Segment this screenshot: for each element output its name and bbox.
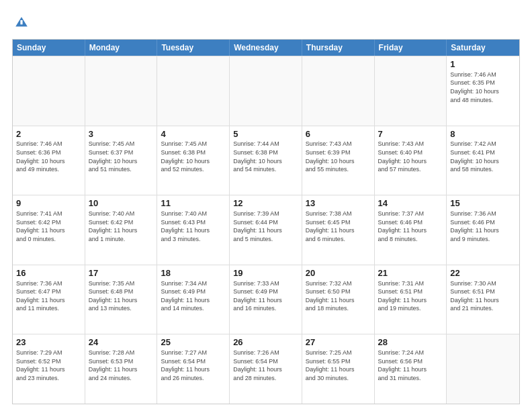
calendar-cell: 15Sunrise: 7:36 AM Sunset: 6:46 PM Dayli… — [447, 195, 519, 265]
day-header: Sunday — [13, 40, 85, 56]
calendar-cell: 24Sunrise: 7:28 AM Sunset: 6:53 PM Dayli… — [85, 334, 158, 404]
week-row: 1Sunrise: 7:46 AM Sunset: 6:35 PM Daylig… — [13, 56, 519, 126]
calendar-cell — [85, 56, 158, 126]
day-header: Saturday — [447, 40, 519, 56]
cell-day-number: 1 — [450, 59, 516, 71]
calendar-cell: 27Sunrise: 7:25 AM Sunset: 6:55 PM Dayli… — [302, 334, 375, 404]
cell-info: Sunrise: 7:27 AM Sunset: 6:54 PM Dayligh… — [161, 349, 226, 382]
cell-day-number: 18 — [161, 268, 226, 279]
cell-info: Sunrise: 7:25 AM Sunset: 6:55 PM Dayligh… — [306, 349, 371, 382]
calendar-cell: 13Sunrise: 7:38 AM Sunset: 6:45 PM Dayli… — [302, 195, 375, 265]
day-header: Tuesday — [157, 40, 230, 56]
logo — [12, 15, 32, 34]
calendar-cell: 23Sunrise: 7:29 AM Sunset: 6:52 PM Dayli… — [13, 334, 85, 404]
cell-day-number: 27 — [306, 337, 371, 349]
cell-info: Sunrise: 7:34 AM Sunset: 6:49 PM Dayligh… — [161, 279, 226, 313]
cell-info: Sunrise: 7:32 AM Sunset: 6:50 PM Dayligh… — [306, 279, 371, 313]
cell-info: Sunrise: 7:43 AM Sunset: 6:39 PM Dayligh… — [306, 140, 371, 173]
calendar-cell — [447, 334, 519, 404]
cell-info: Sunrise: 7:36 AM Sunset: 6:46 PM Dayligh… — [450, 210, 516, 243]
calendar-cell: 4Sunrise: 7:45 AM Sunset: 6:38 PM Daylig… — [157, 126, 230, 195]
cell-info: Sunrise: 7:41 AM Sunset: 6:42 PM Dayligh… — [16, 210, 81, 243]
calendar-cell: 10Sunrise: 7:40 AM Sunset: 6:42 PM Dayli… — [85, 195, 158, 265]
cell-day-number: 25 — [161, 337, 226, 349]
cell-day-number: 10 — [89, 198, 154, 210]
calendar-cell: 14Sunrise: 7:37 AM Sunset: 6:46 PM Dayli… — [375, 195, 447, 265]
cell-day-number: 5 — [233, 129, 298, 140]
cell-info: Sunrise: 7:39 AM Sunset: 6:44 PM Dayligh… — [233, 210, 298, 243]
cell-day-number: 28 — [378, 337, 443, 349]
calendar-cell: 6Sunrise: 7:43 AM Sunset: 6:39 PM Daylig… — [302, 126, 375, 195]
calendar-cell — [302, 56, 375, 126]
calendar-cell: 21Sunrise: 7:31 AM Sunset: 6:51 PM Dayli… — [375, 265, 447, 334]
week-row: 2Sunrise: 7:46 AM Sunset: 6:36 PM Daylig… — [13, 126, 519, 195]
week-row: 23Sunrise: 7:29 AM Sunset: 6:52 PM Dayli… — [13, 334, 519, 404]
cell-info: Sunrise: 7:46 AM Sunset: 6:36 PM Dayligh… — [16, 140, 81, 173]
cell-info: Sunrise: 7:31 AM Sunset: 6:51 PM Dayligh… — [378, 279, 443, 313]
calendar-cell: 28Sunrise: 7:24 AM Sunset: 6:56 PM Dayli… — [375, 334, 447, 404]
cell-info: Sunrise: 7:42 AM Sunset: 6:41 PM Dayligh… — [450, 140, 516, 173]
calendar-cell: 8Sunrise: 7:42 AM Sunset: 6:41 PM Daylig… — [447, 126, 519, 195]
cell-info: Sunrise: 7:33 AM Sunset: 6:49 PM Dayligh… — [233, 279, 298, 313]
cell-info: Sunrise: 7:24 AM Sunset: 6:56 PM Dayligh… — [378, 349, 443, 382]
calendar: SundayMondayTuesdayWednesdayThursdayFrid… — [12, 39, 520, 404]
cell-info: Sunrise: 7:43 AM Sunset: 6:40 PM Dayligh… — [378, 140, 443, 173]
calendar-cell: 5Sunrise: 7:44 AM Sunset: 6:38 PM Daylig… — [230, 126, 302, 195]
cell-day-number: 4 — [161, 129, 226, 140]
cell-info: Sunrise: 7:36 AM Sunset: 6:47 PM Dayligh… — [16, 279, 81, 313]
calendar-cell: 12Sunrise: 7:39 AM Sunset: 6:44 PM Dayli… — [230, 195, 302, 265]
calendar-cell: 11Sunrise: 7:40 AM Sunset: 6:43 PM Dayli… — [157, 195, 230, 265]
header — [12, 12, 520, 34]
cell-info: Sunrise: 7:46 AM Sunset: 6:35 PM Dayligh… — [450, 71, 516, 104]
calendar-cell — [157, 56, 230, 126]
calendar-cell: 9Sunrise: 7:41 AM Sunset: 6:42 PM Daylig… — [13, 195, 85, 265]
calendar-cell: 16Sunrise: 7:36 AM Sunset: 6:47 PM Dayli… — [13, 265, 85, 334]
day-header: Thursday — [302, 40, 375, 56]
cell-day-number: 11 — [161, 198, 226, 210]
cell-day-number: 17 — [89, 268, 154, 279]
cell-day-number: 22 — [450, 268, 516, 279]
cell-info: Sunrise: 7:40 AM Sunset: 6:43 PM Dayligh… — [161, 210, 226, 243]
calendar-cell: 19Sunrise: 7:33 AM Sunset: 6:49 PM Dayli… — [230, 265, 302, 334]
cell-day-number: 19 — [233, 268, 298, 279]
cell-day-number: 16 — [16, 268, 81, 279]
cell-day-number: 24 — [89, 337, 154, 349]
cell-day-number: 9 — [16, 198, 81, 210]
cell-day-number: 21 — [378, 268, 443, 279]
calendar-cell: 7Sunrise: 7:43 AM Sunset: 6:40 PM Daylig… — [375, 126, 447, 195]
cell-day-number: 8 — [450, 129, 516, 140]
day-header: Monday — [85, 40, 158, 56]
cell-day-number: 20 — [306, 268, 371, 279]
cell-day-number: 15 — [450, 198, 516, 210]
logo-icon — [13, 15, 30, 31]
cell-info: Sunrise: 7:37 AM Sunset: 6:46 PM Dayligh… — [378, 210, 443, 243]
page: SundayMondayTuesdayWednesdayThursdayFrid… — [0, 0, 532, 411]
day-header: Wednesday — [230, 40, 302, 56]
calendar-cell: 17Sunrise: 7:35 AM Sunset: 6:48 PM Dayli… — [85, 265, 158, 334]
cell-info: Sunrise: 7:45 AM Sunset: 6:37 PM Dayligh… — [89, 140, 154, 173]
cell-day-number: 14 — [378, 198, 443, 210]
cell-day-number: 12 — [233, 198, 298, 210]
svg-rect-1 — [20, 20, 22, 24]
cell-info: Sunrise: 7:30 AM Sunset: 6:51 PM Dayligh… — [450, 279, 516, 313]
calendar-cell: 18Sunrise: 7:34 AM Sunset: 6:49 PM Dayli… — [157, 265, 230, 334]
cell-info: Sunrise: 7:38 AM Sunset: 6:45 PM Dayligh… — [306, 210, 371, 243]
cell-info: Sunrise: 7:40 AM Sunset: 6:42 PM Dayligh… — [89, 210, 154, 243]
cell-info: Sunrise: 7:26 AM Sunset: 6:54 PM Dayligh… — [233, 349, 298, 382]
weeks: 1Sunrise: 7:46 AM Sunset: 6:35 PM Daylig… — [13, 56, 519, 404]
week-row: 9Sunrise: 7:41 AM Sunset: 6:42 PM Daylig… — [13, 195, 519, 265]
day-headers: SundayMondayTuesdayWednesdayThursdayFrid… — [13, 40, 519, 56]
calendar-cell: 2Sunrise: 7:46 AM Sunset: 6:36 PM Daylig… — [13, 126, 85, 195]
calendar-cell: 26Sunrise: 7:26 AM Sunset: 6:54 PM Dayli… — [230, 334, 302, 404]
cell-day-number: 23 — [16, 337, 81, 349]
cell-info: Sunrise: 7:29 AM Sunset: 6:52 PM Dayligh… — [16, 349, 81, 382]
cell-day-number: 3 — [89, 129, 154, 140]
day-header: Friday — [375, 40, 447, 56]
cell-day-number: 13 — [306, 198, 371, 210]
cell-day-number: 2 — [16, 129, 81, 140]
calendar-cell — [230, 56, 302, 126]
calendar-cell: 25Sunrise: 7:27 AM Sunset: 6:54 PM Dayli… — [157, 334, 230, 404]
cell-day-number: 7 — [378, 129, 443, 140]
cell-day-number: 26 — [233, 337, 298, 349]
week-row: 16Sunrise: 7:36 AM Sunset: 6:47 PM Dayli… — [13, 265, 519, 334]
